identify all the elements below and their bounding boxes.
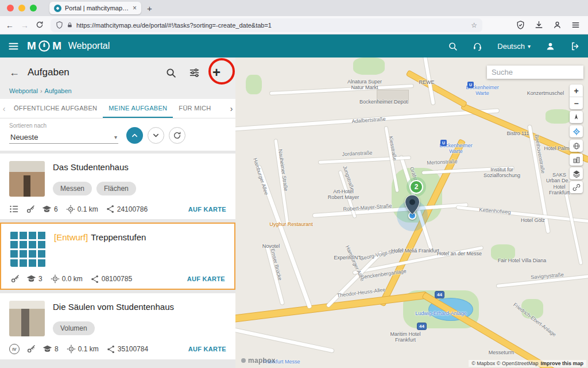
- sort-box: Sortieren nach Neueste ▾: [9, 122, 118, 144]
- logout-icon[interactable]: [570, 41, 580, 51]
- gps-icon: [66, 205, 75, 214]
- map[interactable]: Alnatura Super Natur MarktREWEBockenheim…: [235, 57, 588, 368]
- geolocate-button[interactable]: [570, 125, 583, 137]
- sort-ascending-button[interactable]: [126, 127, 143, 144]
- mapbox-logo-icon: [241, 358, 246, 363]
- app-logo[interactable]: M M Webportal: [27, 40, 110, 52]
- road-shield: 44: [417, 323, 427, 330]
- map-search-input[interactable]: [487, 66, 583, 79]
- task-cluster-marker[interactable]: 2: [409, 180, 423, 194]
- auf-karte-link[interactable]: AUF KARTE: [188, 346, 226, 352]
- buildings-button[interactable]: [570, 154, 583, 166]
- zoom-out-button[interactable]: −: [570, 97, 583, 109]
- level-badge: IV: [9, 344, 20, 354]
- logo-letter-right: M: [52, 40, 61, 52]
- breadcrumb-home[interactable]: Webportal: [9, 87, 38, 94]
- map-label: Adalbertstraße: [351, 116, 386, 124]
- task-card-selected[interactable]: [Entwurf]Treppenstufen 3 0.0 km 08100785…: [0, 223, 235, 290]
- map-label: Hotel an der Messe: [437, 251, 482, 256]
- map-label: Hotel Gölz: [521, 217, 545, 223]
- tabs-next-icon[interactable]: ›: [227, 104, 235, 113]
- window-minimize-button[interactable]: [18, 5, 25, 12]
- task-list-icon: [9, 204, 19, 214]
- lock-icon[interactable]: [67, 22, 73, 28]
- task-thumbnail: [9, 161, 45, 197]
- breadcrumb: Webportal›Aufgaben: [0, 87, 235, 99]
- tag-chip[interactable]: Volumen: [53, 321, 95, 335]
- task-code: 35100784: [118, 345, 148, 353]
- back-arrow-button[interactable]: ←: [9, 67, 20, 79]
- map-label: Bistro 111: [506, 131, 529, 136]
- tab-close-icon[interactable]: ×: [133, 4, 137, 12]
- bookmark-star-icon[interactable]: ☆: [471, 21, 477, 29]
- gps-icon: [51, 274, 60, 283]
- sort-select[interactable]: Neueste ▾: [9, 131, 118, 144]
- compass-button[interactable]: [570, 111, 583, 123]
- refresh-button[interactable]: [169, 127, 185, 144]
- map-label: Uyghur Restaurant: [269, 221, 313, 227]
- map-label: Ludwig-Erhard-Anlage: [415, 310, 467, 316]
- student-count: 8: [55, 345, 59, 353]
- downloads-icon[interactable]: [535, 21, 543, 29]
- share-link-button[interactable]: [570, 181, 583, 193]
- tag-chip[interactable]: Flächen: [96, 182, 136, 195]
- window-zoom-button[interactable]: [30, 5, 37, 12]
- map-attribution: © Mapbox © OpenStreetMapImprove this map: [469, 360, 586, 367]
- tab-oeffentliche-aufgaben[interactable]: ÖFFENTLICHE AUFGABEN: [8, 99, 103, 118]
- compass-logo-icon: [38, 40, 51, 52]
- account-icon[interactable]: [546, 41, 555, 51]
- sort-controls: Sortieren nach Neueste ▾: [0, 118, 235, 151]
- zoom-in-button[interactable]: +: [570, 85, 583, 97]
- breadcrumb-current: Aufgaben: [45, 87, 72, 94]
- support-headset-icon[interactable]: [473, 41, 482, 51]
- tabs-prev-icon[interactable]: ‹: [0, 104, 8, 113]
- toolbar-icons: [516, 21, 582, 29]
- app-menu-icon[interactable]: [8, 41, 19, 52]
- task-thumbnail: [9, 301, 45, 336]
- sort-descending-button[interactable]: [148, 127, 164, 144]
- reload-button[interactable]: [36, 21, 44, 30]
- search-icon[interactable]: [448, 41, 458, 51]
- tracking-shield-icon[interactable]: [56, 21, 63, 29]
- map-label: REWE: [419, 79, 435, 85]
- auf-karte-link[interactable]: AUF KARTE: [187, 275, 225, 282]
- back-button[interactable]: ←: [6, 21, 14, 29]
- forward-button[interactable]: →: [21, 21, 29, 29]
- card-footer: 3 0.0 km 08100785 AUF KARTE: [10, 274, 225, 283]
- task-thumbnail: [10, 231, 46, 267]
- task-pin-marker[interactable]: [404, 194, 420, 217]
- map-park: [246, 75, 262, 94]
- mapbox-logo[interactable]: mapbox: [241, 356, 276, 365]
- map-label: Konzertmuschel: [527, 90, 564, 96]
- task-card[interactable]: Die Säulen vom Studentenhaus Volumen IV …: [0, 293, 235, 359]
- map-label: Fair Hotel Villa Diana: [498, 258, 546, 263]
- add-task-button[interactable]: +: [212, 66, 220, 79]
- search-icon[interactable]: [165, 67, 176, 78]
- task-tabs: ‹ ÖFFENTLICHE AUFGABEN MEINE AUFGABEN FÜ…: [0, 99, 235, 118]
- tab-fuer-mich[interactable]: FÜR MICH: [173, 99, 216, 118]
- auf-karte-link[interactable]: AUF KARTE: [188, 206, 226, 213]
- browser-tab[interactable]: Portal | mathcitymap.eu ×: [49, 2, 141, 14]
- language-label: Deutsch: [497, 42, 525, 51]
- new-tab-button[interactable]: +: [147, 3, 152, 13]
- window-close-button[interactable]: [7, 5, 14, 12]
- account-icon[interactable]: [553, 21, 562, 29]
- mapbox-logo-text: mapbox: [248, 356, 276, 365]
- language-selector[interactable]: Deutsch ▾: [497, 42, 531, 51]
- address-bar[interactable]: https://mathcitymap.eu/de/portal/#!/task…: [51, 18, 482, 32]
- improve-map-link[interactable]: Improve this map: [540, 361, 583, 366]
- tab-meine-aufgaben[interactable]: MEINE AUFGABEN: [103, 99, 173, 118]
- layers-button[interactable]: [570, 167, 583, 179]
- privacy-shield-icon[interactable]: [516, 21, 525, 29]
- map-label: Hamburger Allee: [252, 158, 270, 196]
- student-count: 3: [38, 275, 42, 283]
- browser-tab-bar: Portal | mathcitymap.eu × +: [0, 0, 588, 16]
- task-title: [Entwurf]Treppenstufen: [54, 232, 146, 242]
- task-card[interactable]: Das Studentenhaus Messen Flächen 6 0.1 k…: [0, 154, 235, 219]
- tag-chip[interactable]: Messen: [53, 182, 92, 195]
- road-shield: 44: [435, 291, 444, 298]
- filter-sliders-icon[interactable]: [189, 67, 200, 78]
- menu-icon[interactable]: [571, 21, 580, 29]
- globe-button[interactable]: [570, 140, 583, 152]
- task-title: Das Studentenhaus: [53, 162, 136, 172]
